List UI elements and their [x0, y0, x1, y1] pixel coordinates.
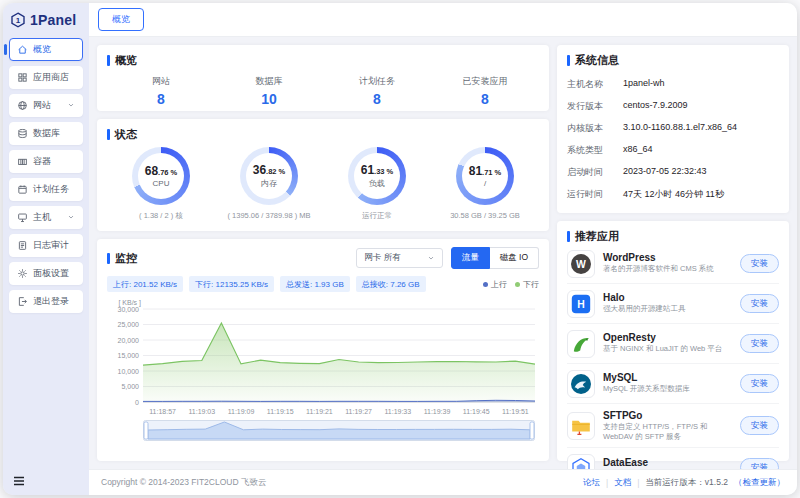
sidebar: 1 1Panel 概览应用商店网站数据库容器计划任务主机日志审计面板设置退出登录: [3, 3, 89, 495]
wordpress-icon: W: [567, 250, 595, 278]
gauge-subtext: ( 1395.06 / 3789.98 ) MB: [228, 211, 311, 220]
stat-label: 数据库: [215, 75, 323, 88]
footer-link-文档[interactable]: 文档: [614, 477, 631, 489]
chart-legend: 上行下行: [483, 279, 539, 290]
monitor-stats-row: 上行: 201.52 KB/s下行: 12135.25 KB/s总发送: 1.9…: [107, 276, 539, 292]
svg-text:11:19:45: 11:19:45: [463, 408, 490, 415]
svg-text:10,000: 10,000: [118, 368, 140, 375]
title-accent-bar: [107, 129, 110, 140]
chart-datazoom-slider[interactable]: [107, 420, 539, 442]
network-card-select[interactable]: 网卡 所有: [356, 248, 442, 268]
app-name: DataEase: [603, 457, 732, 468]
gauge-label: /: [484, 179, 486, 188]
title-accent-bar: [107, 55, 110, 66]
check-update-link[interactable]: （检查更新）: [734, 477, 785, 489]
install-button[interactable]: 安装: [740, 374, 779, 393]
monitor-chip: 下行: 12135.25 KB/s: [189, 276, 274, 292]
sidebar-item-settings[interactable]: 面板设置: [9, 262, 83, 285]
sidebar-item-label: 网站: [33, 99, 51, 112]
content: 概览 网站8数据库10计划任务8已安装应用8 状态 68.76 %CPU( 1.…: [89, 37, 797, 469]
app-name: WordPress: [603, 252, 732, 263]
monitor-controls: 网卡 所有 流量磁盘 IO: [356, 247, 539, 269]
svg-text:5,000: 5,000: [121, 383, 139, 390]
tab-overview[interactable]: 概览: [98, 8, 144, 31]
app-description: MySQL 开源关系型数据库: [603, 384, 732, 394]
appstore-icon: [17, 72, 28, 83]
stat-数据库[interactable]: 数据库10: [215, 75, 323, 107]
app-name: Halo: [603, 292, 732, 303]
svg-text:25,000: 25,000: [118, 321, 140, 328]
monitor-card: 监控 网卡 所有 流量磁盘 IO: [97, 239, 549, 461]
stat-计划任务[interactable]: 计划任务8: [323, 75, 431, 107]
sidebar-item-container[interactable]: 容器: [9, 150, 83, 173]
footer-link-论坛[interactable]: 论坛: [583, 477, 600, 489]
gauge-percent: 68.76 %: [145, 165, 178, 177]
monitor-card-title: 监控: [107, 251, 137, 266]
footer-right: 论坛|文档|当前运行版本：v1.5.2（检查更新）: [583, 477, 785, 489]
stat-label: 已安装应用: [431, 75, 539, 88]
sidebar-item-website[interactable]: 网站: [9, 94, 83, 117]
monitor-mode-buttons: 流量磁盘 IO: [451, 247, 539, 269]
install-button[interactable]: 安装: [740, 254, 779, 273]
monitor-button-流量[interactable]: 流量: [451, 247, 490, 269]
sidebar-item-label: 容器: [33, 155, 51, 168]
logo[interactable]: 1 1Panel: [3, 3, 89, 35]
active-indicator: [4, 44, 7, 55]
svg-text:11:18:57: 11:18:57: [149, 408, 176, 415]
logout-icon: [17, 296, 28, 307]
sidebar-item-overview[interactable]: 概览: [9, 38, 83, 61]
stat-value: 8: [431, 91, 539, 107]
stat-value: 10: [215, 91, 323, 107]
sidebar-item-label: 应用商店: [33, 71, 69, 84]
sidebar-item-host[interactable]: 主机: [9, 206, 83, 229]
system-info-label: 发行版本: [567, 100, 623, 113]
gauge-负载: 61.33 %负载运行正常: [323, 147, 431, 221]
gauge-ring: 68.76 %CPU: [132, 147, 190, 205]
app-description: 著名的开源博客软件和 CMS 系统: [603, 264, 732, 274]
svg-text:[ KB/s ]: [ KB/s ]: [118, 299, 141, 307]
app-row-WordPress: WWordPress著名的开源博客软件和 CMS 系统安装: [567, 244, 779, 284]
monitor-title-text: 监控: [115, 251, 137, 266]
system-info-row: 启动时间2023-07-05 22:32:43: [567, 161, 779, 183]
svg-text:20,000: 20,000: [118, 337, 140, 344]
app-name: OpenResty: [603, 332, 732, 343]
install-button[interactable]: 安装: [740, 416, 779, 435]
monitor-button-磁盘 IO[interactable]: 磁盘 IO: [490, 247, 539, 269]
sidebar-item-label: 退出登录: [33, 295, 69, 308]
sidebar-item-cronjob[interactable]: 计划任务: [9, 178, 83, 201]
gauge-percent: 36.82 %: [253, 164, 286, 176]
install-button[interactable]: 安装: [740, 294, 779, 313]
sidebar-item-database[interactable]: 数据库: [9, 122, 83, 145]
title-accent-bar: [107, 253, 110, 264]
recommended-apps-card: 推荐应用 WWordPress著名的开源博客软件和 CMS 系统安装HHalo强…: [557, 221, 789, 461]
sidebar-item-app-store[interactable]: 应用商店: [9, 66, 83, 89]
stat-网站[interactable]: 网站8: [107, 75, 215, 107]
app-window: 1 1Panel 概览应用商店网站数据库容器计划任务主机日志审计面板设置退出登录…: [3, 3, 797, 495]
legend-item-下行[interactable]: 下行: [515, 279, 539, 290]
home-icon: [17, 44, 28, 55]
system-info-row: 运行时间47天 12小时 46分钟 11秒: [567, 183, 779, 205]
chevron-down-icon: [427, 254, 435, 262]
legend-item-上行[interactable]: 上行: [483, 279, 507, 290]
system-info-title-text: 系统信息: [575, 53, 619, 68]
install-button[interactable]: 安装: [740, 334, 779, 353]
system-info-value: 2023-07-05 22:32:43: [623, 166, 707, 179]
sidebar-item-logout[interactable]: 退出登录: [9, 290, 83, 313]
sidebar-item-label: 主机: [33, 211, 51, 224]
stat-已安装应用[interactable]: 已安装应用8: [431, 75, 539, 107]
right-column: 系统信息 主机名称1panel-wh发行版本centos-7.9.2009内核版…: [557, 45, 789, 461]
logs-icon: [17, 240, 28, 251]
network-card-select-value: 网卡 所有: [364, 252, 400, 264]
version-text: 当前运行版本：v1.5.2: [645, 477, 728, 489]
app-description: 支持自定义 HTTP/S，FTP/S 和 WebDAV 的 SFTP 服务: [603, 422, 732, 442]
app-name: SFTPGo: [603, 410, 732, 421]
sidebar-item-label: 计划任务: [33, 183, 69, 196]
left-column: 概览 网站8数据库10计划任务8已安装应用8 状态 68.76 %CPU( 1.…: [97, 45, 549, 461]
gauge-ring: 36.82 %内存: [240, 147, 298, 205]
gear-icon: [17, 268, 28, 279]
stat-value: 8: [107, 91, 215, 107]
copyright-text: Copyright © 2014-2023 FIT2CLOUD 飞致云: [101, 477, 266, 489]
sidebar-collapse-button[interactable]: [3, 467, 89, 495]
database-icon: [17, 128, 28, 139]
sidebar-item-logs[interactable]: 日志审计: [9, 234, 83, 257]
